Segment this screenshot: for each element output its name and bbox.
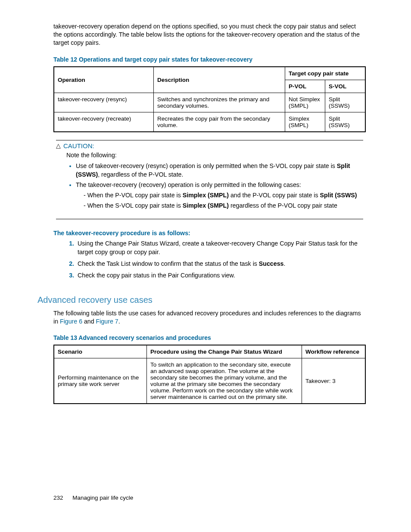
table13-caption: Table 13 Advanced recovery scenarios and…: [53, 334, 366, 341]
cell-svol: Split (SSWS): [325, 112, 366, 132]
table13: Scenario Procedure using the Change Pair…: [53, 345, 366, 404]
table-row: Performing maintenance on the primary si…: [54, 358, 365, 404]
cell-op: takeover-recovery (recreate): [54, 112, 154, 132]
step: Check the Task List window to confirm th…: [76, 259, 366, 268]
cell-pvol: Not Simplex (SMPL): [285, 93, 325, 112]
figure7-link[interactable]: Figure 7: [96, 318, 118, 325]
caution-icon: △: [56, 142, 61, 149]
th-pvol: P-VOL: [285, 80, 325, 93]
cell-scenario: Performing maintenance on the primary si…: [54, 358, 147, 404]
caution-label: CAUTION:: [63, 142, 94, 149]
table12-caption: Table 12 Operations and target copy pair…: [53, 56, 366, 63]
procedure-heading: The takeover-recovery procedure is as fo…: [53, 230, 366, 236]
cell-pvol: Simplex (SMPL): [285, 112, 325, 132]
cell-op: takeover-recovery (resync): [54, 93, 154, 112]
caution-subline: - When the P-VOL copy pair state is Simp…: [84, 191, 363, 200]
th-description: Description: [154, 67, 285, 93]
procedure-list: Using the Change Pair Status Wizard, cre…: [53, 239, 366, 280]
th-svol: S-VOL: [325, 80, 366, 93]
table-row: takeover-recovery (recreate) Recreates t…: [54, 112, 365, 132]
caution-subline: - When the S-VOL copy pair state is Simp…: [84, 202, 363, 210]
caution-block: △ CAUTION: Note the following: Use of ta…: [56, 140, 363, 219]
caution-bullet: The takeover-recovery (recovery) operati…: [76, 181, 363, 210]
footer-title: Managing pair life cycle: [72, 495, 133, 501]
cell-desc: Switches and synchronizes the primary an…: [154, 93, 285, 112]
th-procedure: Procedure using the Change Pair Status W…: [147, 345, 302, 358]
cell-procedure: To switch an application to the secondar…: [147, 358, 302, 404]
th-operation: Operation: [54, 67, 154, 93]
section-heading: Advanced recovery use cases: [37, 295, 366, 305]
cell-svol: Split (SSWS): [325, 93, 366, 112]
step: Using the Change Pair Status Wizard, cre…: [76, 239, 366, 257]
page-footer: 232 Managing pair life cycle: [53, 495, 133, 501]
th-target: Target copy pair state: [285, 67, 366, 80]
step: Check the copy pair status in the Pair C…: [76, 271, 366, 280]
th-scenario: Scenario: [54, 345, 147, 358]
section-paragraph: The following table lists the use cases …: [53, 309, 366, 326]
intro-paragraph: takeover-recovery operation depend on th…: [53, 22, 366, 47]
table-row: takeover-recovery (resync) Switches and …: [54, 93, 365, 112]
page-number: 232: [53, 495, 63, 501]
figure6-link[interactable]: Figure 6: [60, 318, 82, 325]
table12: Operation Description Target copy pair s…: [53, 66, 366, 132]
th-workflow: Workflow reference: [302, 345, 366, 358]
cell-desc: Recreates the copy pair from the seconda…: [154, 112, 285, 132]
cell-workflow: Takeover: 3: [302, 358, 366, 404]
caution-note: Note the following:: [66, 151, 363, 160]
caution-bullet: Use of takeover-recovery (resync) operat…: [76, 162, 363, 179]
